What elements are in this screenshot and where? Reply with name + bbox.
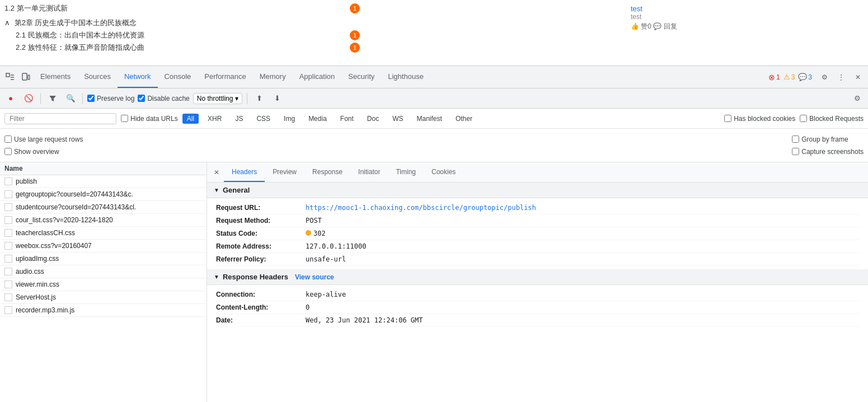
detail-tab-preview[interactable]: Preview: [265, 162, 304, 182]
blocked-requests-label[interactable]: Blocked Requests: [800, 115, 864, 123]
blocked-cookies-label[interactable]: Has blocked cookies: [724, 115, 795, 123]
group-by-frame-checkbox[interactable]: [792, 135, 799, 143]
show-overview-label[interactable]: Show overview: [4, 148, 83, 156]
show-overview-checkbox[interactable]: [4, 148, 12, 155]
blocked-cookies-checkbox[interactable]: [724, 115, 731, 122]
svg-rect-5: [28, 75, 30, 80]
filter-icon[interactable]: [45, 91, 60, 106]
inspect-icon[interactable]: [2, 69, 18, 85]
large-rows-checkbox[interactable]: [4, 135, 12, 143]
import-icon[interactable]: ⬆: [252, 91, 266, 106]
large-rows-label[interactable]: Use large request rows: [4, 135, 83, 143]
detail-tab-cookies[interactable]: Cookies: [424, 162, 463, 182]
file-icon: [4, 229, 12, 237]
chapter-text: 1.2 第一单元测试新: [4, 4, 68, 12]
chapter-text-4: 2.2 族性特征：就像五声音阶随指成心曲: [16, 43, 144, 52]
general-arrow: ▼: [214, 187, 219, 193]
status-code-key: Status Code:: [216, 230, 306, 237]
file-item-viewer[interactable]: viewer.min.css: [0, 278, 207, 291]
file-icon: [4, 203, 12, 211]
file-item-weebox[interactable]: weebox.css?v=20160407: [0, 240, 207, 253]
response-headers-section-header[interactable]: ▼ Response Headers View source: [207, 269, 868, 285]
tab-sources[interactable]: Sources: [77, 66, 118, 88]
file-item-cour-list[interactable]: cour_list.css?v=2020-1224-1820: [0, 214, 207, 227]
chapter-item-3: 2.1 民族概念：出自中国本土的特优资源 1: [4, 29, 628, 41]
request-method-value: POST: [306, 217, 322, 225]
file-icon: [4, 255, 12, 263]
content-length-row: Content-Length: 0: [216, 301, 859, 314]
filter-xhr-button[interactable]: XHR: [203, 114, 226, 124]
file-item-teacherclass[interactable]: teacherclassCH.css: [0, 227, 207, 240]
preserve-log-checkbox[interactable]: [87, 95, 95, 102]
file-item-audio[interactable]: audio.css: [0, 265, 207, 278]
tab-security[interactable]: Security: [341, 66, 381, 88]
file-item-recorder[interactable]: recorder.mp3.min.js: [0, 304, 207, 317]
view-source-link[interactable]: View source: [295, 273, 334, 281]
capture-screenshots-checkbox[interactable]: [792, 148, 799, 155]
filter-row: Hide data URLs All XHR JS CSS Img Media …: [0, 109, 868, 129]
webpage-preview: 1.2 第一单元测试新 1 ∧ 第2章 历史生成于中国本土的民族概念 2.1 民…: [0, 0, 868, 66]
remote-address-row: Remote Address: 127.0.0.1:11000: [216, 240, 859, 253]
record-button[interactable]: ●: [3, 91, 18, 106]
network-settings-icon[interactable]: ⚙: [850, 91, 865, 106]
blocked-requests-checkbox[interactable]: [800, 115, 807, 122]
warn-count: ⚠3: [783, 73, 795, 81]
right-subtitle: test: [631, 13, 861, 21]
options-right: Group by frame Capture screenshots: [792, 135, 864, 156]
content-length-value: 0: [306, 303, 309, 311]
file-item-getgrouptopic[interactable]: getgrouptopic?courseId=207443143&c.: [0, 188, 207, 201]
search-icon[interactable]: 🔍: [63, 91, 78, 106]
filter-other-button[interactable]: Other: [451, 114, 477, 124]
referrer-policy-value: unsafe-url: [306, 255, 346, 263]
file-icon: [4, 177, 12, 185]
tab-console[interactable]: Console: [158, 66, 198, 88]
chapter-badge-4: 1: [350, 43, 360, 53]
filter-doc-button[interactable]: Doc: [363, 114, 383, 124]
error-count: ⊗1: [768, 73, 780, 82]
file-item-uploadimg[interactable]: uploadImg.css: [0, 253, 207, 265]
file-item-serverhost[interactable]: ServerHost.js: [0, 291, 207, 304]
preserve-log-label[interactable]: Preserve log: [87, 95, 134, 102]
filter-css-button[interactable]: CSS: [252, 114, 275, 124]
file-list-header: Name: [0, 162, 207, 175]
tab-application[interactable]: Application: [293, 66, 342, 88]
general-title: General: [223, 186, 250, 194]
detail-tab-response[interactable]: Response: [304, 162, 350, 182]
tab-memory[interactable]: Memory: [253, 66, 293, 88]
throttle-select[interactable]: No throttling ▾: [193, 93, 243, 104]
hide-data-urls-label[interactable]: Hide data URLs: [121, 115, 178, 123]
detail-close-button[interactable]: ✕: [209, 162, 224, 182]
detail-tabbar: ✕ Headers Preview Response Initiator Tim…: [207, 162, 868, 183]
request-url-value[interactable]: https://mooc1-1.chaoxing.com/bbscircle/g…: [306, 204, 536, 212]
more-icon[interactable]: ⋮: [833, 69, 849, 85]
export-icon[interactable]: ⬇: [270, 91, 284, 106]
tab-elements[interactable]: Elements: [34, 66, 77, 88]
close-icon[interactable]: ✕: [850, 69, 866, 85]
detail-tab-timing[interactable]: Timing: [388, 162, 424, 182]
disable-cache-checkbox[interactable]: [138, 95, 145, 102]
clear-button[interactable]: 🚫: [21, 91, 36, 106]
settings-icon[interactable]: ⚙: [817, 69, 832, 85]
filter-ws-button[interactable]: WS: [388, 114, 407, 124]
filter-img-button[interactable]: Img: [279, 114, 299, 124]
filter-media-button[interactable]: Media: [304, 114, 331, 124]
detail-tab-headers[interactable]: Headers: [224, 162, 265, 182]
device-icon[interactable]: [18, 69, 34, 85]
file-item-publish[interactable]: publish: [0, 175, 207, 188]
general-section-header[interactable]: ▼ General: [207, 183, 868, 198]
detail-tab-initiator[interactable]: Initiator: [350, 162, 388, 182]
filter-manifest-button[interactable]: Manifest: [412, 114, 447, 124]
hide-data-urls-checkbox[interactable]: [121, 115, 128, 122]
disable-cache-label[interactable]: Disable cache: [138, 95, 189, 102]
capture-screenshots-label[interactable]: Capture screenshots: [792, 148, 864, 156]
filter-all-button[interactable]: All: [182, 114, 199, 124]
file-icon: [4, 242, 12, 250]
file-item-studentcourse[interactable]: studentcourse?courseId=207443143&cl.: [0, 201, 207, 214]
tab-lighthouse[interactable]: Lighthouse: [381, 66, 430, 88]
tab-performance[interactable]: Performance: [198, 66, 252, 88]
filter-input[interactable]: [4, 113, 116, 124]
filter-font-button[interactable]: Font: [336, 114, 358, 124]
tab-network[interactable]: Network: [118, 66, 158, 88]
filter-js-button[interactable]: JS: [231, 114, 247, 124]
group-by-frame-label[interactable]: Group by frame: [792, 135, 864, 143]
